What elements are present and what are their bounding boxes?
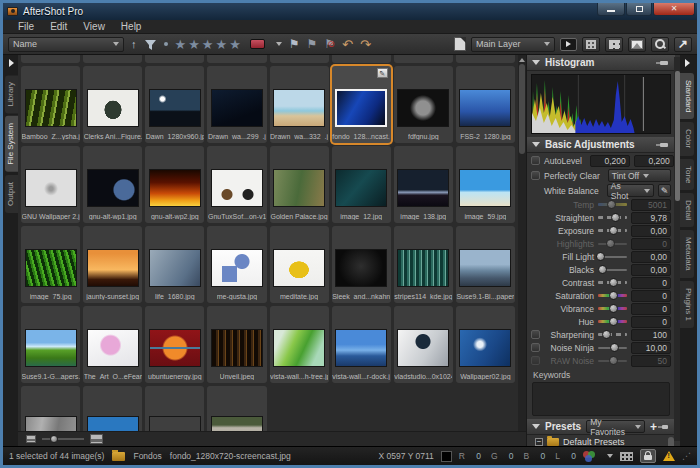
small-thumbnails-icon[interactable] <box>26 435 36 443</box>
adjustment-slider[interactable] <box>598 226 627 235</box>
right-tab[interactable]: Tone <box>680 159 694 190</box>
thumbnail-cell-partial[interactable] <box>21 55 80 63</box>
adjustment-value[interactable]: 0 <box>631 316 671 328</box>
close-button[interactable]: ✕ <box>653 3 695 16</box>
thumbnail-cell-partial[interactable] <box>207 55 266 63</box>
layer-select[interactable]: Main Layer <box>471 37 555 52</box>
adjustment-value[interactable]: 0 <box>631 290 671 302</box>
pin-icon[interactable] <box>660 143 668 147</box>
adjustment-value[interactable]: 100 <box>631 329 671 341</box>
slider-handle[interactable] <box>596 252 605 261</box>
menu-item[interactable]: Edit <box>43 21 74 32</box>
thumbnail-cell[interactable]: The_Art_O...eFear.jpg ✎ <box>83 306 142 383</box>
rotate-left-icon[interactable]: ↶ <box>342 37 353 52</box>
thumbnail-cell[interactable]: vladstudio...0x1024.jpg ✎ <box>394 306 453 383</box>
thumbnail-cell[interactable]: Clerks Ani...Figure.jpg ✎ <box>83 66 142 143</box>
adjustment-slider[interactable] <box>598 356 627 365</box>
adjustment-slider[interactable] <box>598 200 627 209</box>
thumbnail-cell[interactable]: Unveil.jpeg ✎ <box>207 306 266 383</box>
thumbnail-cell[interactable]: gnu-alt-wp2.jpg ✎ <box>145 146 204 223</box>
adjustment-value[interactable]: 0,00 <box>631 251 671 263</box>
title-bar[interactable]: AfterShot Pro ✕ <box>3 3 697 20</box>
sort-ascending-icon[interactable]: ↑ <box>131 37 137 52</box>
menu-item[interactable]: Help <box>114 21 149 32</box>
flag-reject-icon[interactable]: ⚑ <box>324 37 335 51</box>
adjustment-slider[interactable] <box>598 317 627 326</box>
scrollbar-thumb[interactable] <box>675 71 680 201</box>
thumbnail-cell[interactable]: GnuTuxSof...on-v1.jpg ✎ <box>207 146 266 223</box>
adjustment-value[interactable]: 5001 <box>631 199 671 211</box>
star-icon[interactable]: ★ <box>229 37 243 52</box>
thumbnail-cell[interactable]: meditate.jpg ✎ <box>270 226 329 303</box>
adjustment-slider[interactable] <box>598 252 627 261</box>
slider-handle[interactable] <box>610 343 619 352</box>
slider-handle[interactable] <box>607 200 616 209</box>
maximize-button[interactable] <box>626 3 652 16</box>
adjustment-slider[interactable] <box>598 330 627 339</box>
adjustment-checkbox[interactable] <box>531 356 540 365</box>
right-tab[interactable]: Standard <box>680 73 694 119</box>
collapse-section-icon[interactable] <box>532 424 540 429</box>
thumbnail-cell[interactable]: fondo_128...ncast.jpg ✎ <box>332 66 391 143</box>
star-icon[interactable]: ★ <box>175 37 189 52</box>
pin-icon[interactable] <box>660 61 668 65</box>
adjustment-checkbox[interactable] <box>531 343 540 352</box>
grid-scrollbar[interactable] <box>518 55 526 446</box>
chevron-down-icon[interactable] <box>607 454 613 458</box>
view-thumbs-button[interactable] <box>605 37 623 52</box>
thumbnail-size-slider[interactable] <box>42 438 84 440</box>
autolevel-value-1[interactable]: 0,200 <box>590 155 630 167</box>
slider-handle[interactable] <box>609 291 618 300</box>
flag-review-icon[interactable]: ⚑ <box>307 37 318 51</box>
collapse-section-icon[interactable] <box>532 142 540 147</box>
perfectly-clear-checkbox[interactable] <box>531 171 540 180</box>
slider-handle[interactable] <box>602 330 611 339</box>
thumbnail-cell[interactable]: Sleek_and...nkahn.jpg ✎ <box>332 226 391 303</box>
right-tab[interactable]: Color <box>680 122 694 155</box>
autolevel-checkbox[interactable] <box>531 156 540 165</box>
thumbnail-cell[interactable]: Drawn_wa...299_.jpg ✎ <box>207 66 266 143</box>
thumbnail-cell[interactable]: Dawn_1280x960.jpg ✎ <box>145 66 204 143</box>
adjustment-slider[interactable] <box>598 278 627 287</box>
star-icon[interactable]: ★ <box>202 37 216 52</box>
thumbnail-cell-partial[interactable] <box>456 55 515 63</box>
presets-header[interactable]: Presets My Favorites + <box>527 419 675 435</box>
adjustment-slider[interactable] <box>598 213 627 222</box>
left-tab[interactable]: File System <box>5 116 18 172</box>
keywords-input[interactable] <box>532 382 670 416</box>
histogram-header[interactable]: Histogram <box>527 55 675 71</box>
slider-handle[interactable] <box>50 435 58 443</box>
adjustment-slider[interactable] <box>598 291 627 300</box>
thumbnail-cell[interactable]: Bamboo_Z...ysha.jpg ✎ <box>21 66 80 143</box>
adjustment-slider[interactable] <box>598 239 627 248</box>
thumbnail-cell[interactable]: Golden Palace.jpg ✎ <box>270 146 329 223</box>
adjustment-slider[interactable] <box>598 343 627 352</box>
thumbnail-cell[interactable]: ubuntuenergy.jpg ✎ <box>145 306 204 383</box>
large-thumbnails-icon[interactable] <box>90 434 103 444</box>
thumbnail-cell-partial[interactable] <box>270 55 329 63</box>
adjustment-value[interactable]: 0 <box>631 277 671 289</box>
star-icon[interactable]: ★ <box>188 37 202 52</box>
eyedropper-button[interactable]: ✎ <box>658 184 671 197</box>
thumbnail-cell[interactable]: image_75.jpg ✎ <box>21 226 80 303</box>
adjustment-value[interactable]: 0,00 <box>631 264 671 276</box>
slider-handle[interactable] <box>609 304 618 313</box>
scroll-up-icon[interactable] <box>519 58 525 62</box>
add-preset-button[interactable]: + <box>650 421 657 433</box>
thumbnail-cell-partial[interactable] <box>332 55 391 63</box>
warning-icon[interactable] <box>663 451 675 461</box>
slideshow-icon[interactable] <box>560 38 577 51</box>
thumbnail-cell[interactable]: image_12.jpg ✎ <box>332 146 391 223</box>
zoom-button[interactable] <box>651 37 669 52</box>
view-image-button[interactable] <box>628 37 646 52</box>
slider-handle[interactable] <box>609 226 618 235</box>
slider-handle[interactable] <box>609 278 618 287</box>
autolevel-value-2[interactable]: 0,200 <box>634 155 674 167</box>
star-icon[interactable]: ★ <box>215 37 229 52</box>
slider-handle[interactable] <box>609 317 618 326</box>
color-management-icon[interactable] <box>583 451 596 462</box>
adjustment-value[interactable]: 9,78 <box>631 212 671 224</box>
preset-folder-row[interactable]: − Default Presets <box>527 435 675 446</box>
minimize-button[interactable] <box>597 3 625 16</box>
collapse-right-panel-icon[interactable] <box>685 59 690 67</box>
